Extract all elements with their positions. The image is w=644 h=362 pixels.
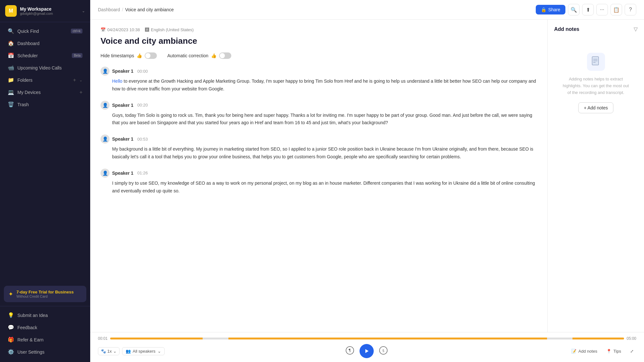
sidebar-item-scheduler[interactable]: 📅 Scheduler Beta xyxy=(3,50,88,61)
notes-doc-icon xyxy=(587,53,605,71)
speaker-text: Guys, today Tim Solo is going to rock us… xyxy=(101,112,537,127)
progress-segment-5 xyxy=(572,338,624,339)
help-button[interactable]: ? xyxy=(625,4,636,15)
export-button[interactable]: ⬆ xyxy=(582,4,594,15)
folders-plus-icon[interactable]: + xyxy=(73,77,76,83)
speaker-block-2: 👤 Speaker 1 00:20 Guys, today Tim Solo i… xyxy=(101,101,537,127)
notes-empty-state: Adding notes helps to extract highlights… xyxy=(554,40,638,126)
hide-timestamps-toggle[interactable] xyxy=(145,52,157,59)
topbar: Dashboard / Voice and city ambiance 🔒 Sh… xyxy=(90,0,644,20)
folders-chevron-icon: ⌄ xyxy=(79,78,82,82)
recording-title: Voice and city ambiance xyxy=(101,36,537,46)
add-notes-button[interactable]: + Add notes xyxy=(578,102,613,113)
sidebar-item-dashboard[interactable]: 🏠 Dashboard xyxy=(3,37,88,49)
filter-chevron: ⌄ xyxy=(158,349,161,354)
auto-correction-toggle-group: Automatic correction 👍 xyxy=(167,52,231,59)
trial-banner[interactable]: ✦ 7-day Free Trial for Business Without … xyxy=(4,286,86,302)
sidebar-item-label: Quick Find xyxy=(17,29,68,34)
notes-button[interactable]: 📋 xyxy=(610,4,622,15)
expand-icon: ⤢ xyxy=(630,349,634,354)
play-button[interactable] xyxy=(360,344,374,358)
avatar: M xyxy=(5,5,17,17)
notes-header: Add notes ▽ xyxy=(554,26,638,32)
search-button[interactable]: 🔍 xyxy=(568,4,580,15)
sidebar-item-label: Dashboard xyxy=(17,41,82,46)
sidebar-item-my-devices[interactable]: 💻 My Devices + xyxy=(3,86,88,98)
forward-button[interactable]: 5 xyxy=(378,345,389,358)
tips-icon: 📍 xyxy=(606,349,611,354)
sidebar-item-trash[interactable]: 🗑️ Trash xyxy=(3,98,88,110)
search-icon: 🔍 xyxy=(571,7,577,13)
notes-empty-text: Adding notes helps to extract highlights… xyxy=(561,76,631,96)
sidebar-item-folders[interactable]: 📁 Folders + ⌄ xyxy=(3,74,88,86)
hide-timestamps-label: Hide timestamps xyxy=(101,53,134,58)
speaker-name: Speaker 1 xyxy=(112,103,133,108)
rewind-button[interactable]: 5 xyxy=(344,345,356,358)
devices-icon: 💻 xyxy=(8,89,14,95)
speaker-time: 00:00 xyxy=(137,69,148,74)
add-notes-icon: 📝 xyxy=(571,349,576,354)
fullscreen-button[interactable]: ⤢ xyxy=(628,348,636,355)
speaker-header: 👤 Speaker 1 00:00 xyxy=(101,67,537,76)
sidebar-item-label: Scheduler xyxy=(17,53,69,58)
sidebar-item-upcoming-video[interactable]: 📹 Upcoming Video Calls xyxy=(3,62,88,74)
language-icon: 🅰 xyxy=(145,27,149,32)
quick-find-shortcut: ctrl+k xyxy=(71,29,82,33)
breadcrumb-separator: / xyxy=(122,7,123,12)
progress-bar[interactable] xyxy=(110,338,624,339)
sidebar-item-refer-earn[interactable]: 🎁 Refer & Earn xyxy=(3,334,88,346)
speaker-header: 👤 Speaker 1 00:53 xyxy=(101,135,537,144)
language-meta: 🅰 English (United States) xyxy=(145,27,194,32)
devices-plus-icon[interactable]: + xyxy=(80,89,82,95)
sidebar-item-label: Trash xyxy=(17,102,82,107)
progress-segment-3 xyxy=(228,338,547,339)
highlighted-word: Hello xyxy=(112,79,122,84)
progress-segment-4 xyxy=(547,338,573,339)
speaker-avatar: 👤 xyxy=(101,67,110,76)
transcript-area: 📅 04/24/2023 10:38 🅰 English (United Sta… xyxy=(90,20,547,332)
add-notes-label: Add notes xyxy=(578,349,597,354)
breadcrumb-current: Voice and city ambiance xyxy=(125,7,174,12)
search-icon: 🔍 xyxy=(8,28,14,34)
sidebar-item-label: Folders xyxy=(17,78,70,83)
sidebar-item-submit-idea[interactable]: 💡 Submit an Idea xyxy=(3,309,88,321)
speaker-block-1: 👤 Speaker 1 00:00 Hello to everyone at t… xyxy=(101,67,537,93)
main-content: Dashboard / Voice and city ambiance 🔒 Sh… xyxy=(90,0,644,362)
notes-filter-icon[interactable]: ▽ xyxy=(634,26,638,32)
speaker-filter-button[interactable]: 👥 All speakers ⌄ xyxy=(122,347,165,355)
notes-icon: 📋 xyxy=(613,7,620,13)
refer-icon: 🎁 xyxy=(8,337,14,343)
trash-icon: 🗑️ xyxy=(8,101,14,107)
speaker-time: 01:26 xyxy=(137,171,148,175)
sidebar-item-quick-find[interactable]: 🔍 Quick Find ctrl+k xyxy=(3,25,88,37)
workspace-header[interactable]: M My Workspace gdolgikh@gmail.com ⌄ xyxy=(0,0,90,22)
sidebar-item-user-settings[interactable]: ⚙️ User Settings xyxy=(3,346,88,358)
player-center: 5 5 xyxy=(344,344,389,358)
player-controls: 🐾 1x ⌄ 👥 All speakers ⌄ 5 xyxy=(98,344,636,358)
star-icon: ✦ xyxy=(8,291,13,298)
speaker-time: 00:20 xyxy=(137,103,148,107)
feedback-icon: 💬 xyxy=(8,324,14,330)
sidebar: M My Workspace gdolgikh@gmail.com ⌄ 🔍 Qu… xyxy=(0,0,90,362)
sidebar-item-label: Upcoming Video Calls xyxy=(17,65,82,70)
auto-correction-emoji: 👍 xyxy=(211,53,216,58)
share-button[interactable]: 🔒 Share xyxy=(536,5,565,14)
auto-correction-label: Automatic correction xyxy=(167,53,208,58)
folders-icon: 📁 xyxy=(8,77,14,83)
tips-button[interactable]: 📍 Tips xyxy=(604,348,624,355)
sidebar-item-feedback[interactable]: 💬 Feedback xyxy=(3,321,88,333)
speaker-avatar: 👤 xyxy=(101,135,110,144)
auto-correction-toggle[interactable] xyxy=(219,52,231,59)
speaker-name: Speaker 1 xyxy=(112,69,133,74)
speed-value: 1x xyxy=(107,349,112,354)
player-add-notes-button[interactable]: 📝 Add notes xyxy=(569,348,600,355)
speaker-header: 👤 Speaker 1 00:20 xyxy=(101,101,537,110)
speed-button[interactable]: 🐾 1x ⌄ xyxy=(98,347,120,355)
hide-timestamps-toggle-group: Hide timestamps 👍 xyxy=(101,52,157,59)
sidebar-item-label: Feedback xyxy=(17,325,82,330)
export-icon: ⬆ xyxy=(586,7,590,13)
meta-row: 📅 04/24/2023 10:38 🅰 English (United Sta… xyxy=(101,27,537,32)
breadcrumb-dashboard[interactable]: Dashboard xyxy=(98,7,120,12)
idea-icon: 💡 xyxy=(8,312,14,318)
more-options-button[interactable]: ··· xyxy=(596,4,608,15)
